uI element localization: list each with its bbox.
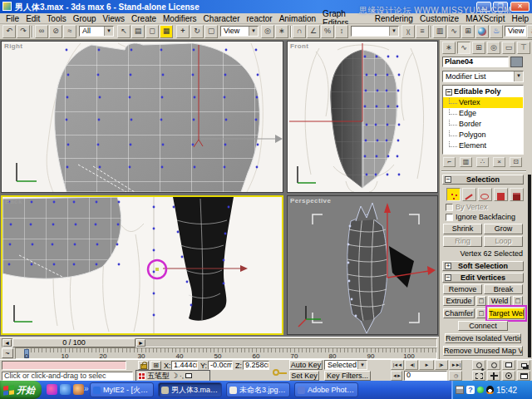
select-and-move-button[interactable]: + <box>176 25 190 38</box>
pan-icon[interactable] <box>487 371 500 381</box>
menu-item-tools[interactable]: Tools <box>43 14 69 23</box>
viewport-back[interactable]: Back <box>1 195 283 335</box>
time-next-button[interactable]: ► <box>136 339 145 347</box>
menu-item-animation[interactable]: Animation <box>276 14 319 23</box>
remove-isolated-vertices-button[interactable]: Remove Isolated Vertices <box>445 333 521 343</box>
by-vertex-checkbox[interactable] <box>446 204 453 211</box>
chevron-down-icon[interactable]: ▼ <box>357 361 367 369</box>
maxscript-listener-field[interactable] <box>2 361 126 370</box>
extrude-button[interactable]: Extrude <box>443 296 475 306</box>
selection-filter-dropdown[interactable]: All▼ <box>79 26 114 37</box>
render-type-dropdown[interactable]: View <box>505 26 526 37</box>
mirror-button[interactable]: )( <box>401 25 415 38</box>
menu-item-group[interactable]: Group <box>70 14 100 23</box>
object-name-field[interactable]: Plane04 <box>442 57 509 67</box>
tab-motion[interactable]: ◎ <box>487 42 500 54</box>
stack-item-border[interactable]: Border <box>443 119 523 130</box>
auto-key-button[interactable]: Auto Key <box>289 360 323 370</box>
select-by-name-button[interactable]: ▤ <box>131 25 145 38</box>
selection-lock-toggle[interactable] <box>138 361 149 370</box>
menu-item-file[interactable]: File <box>2 14 22 23</box>
select-and-rotate-button[interactable]: ↻ <box>190 25 204 38</box>
grow-button[interactable]: Grow <box>484 224 523 234</box>
configure-stack-button[interactable]: ⊡ <box>510 157 522 167</box>
undo-button[interactable]: ↶ <box>2 25 16 38</box>
go-to-end-button[interactable]: ►►| <box>449 360 462 370</box>
min-max-toggle-icon[interactable] <box>517 371 530 381</box>
border-mode-button[interactable] <box>478 188 492 201</box>
taskbar-task[interactable]: 未命名3.jpg - 画图 <box>226 382 290 397</box>
qq-tray-icon[interactable] <box>486 386 494 394</box>
extrude-settings-button[interactable]: □ <box>476 296 486 306</box>
collapse-icon[interactable]: − <box>446 89 452 96</box>
percent-snap-button[interactable]: % <box>321 25 334 38</box>
current-frame-field[interactable]: 0 <box>404 371 447 381</box>
menu-item-rendering[interactable]: Rendering <box>372 14 416 23</box>
taskbar-task[interactable]: 男人体3.max - 3d... <box>158 382 222 397</box>
stack-item-vertex[interactable]: Vertex <box>443 97 523 108</box>
ring-button[interactable]: Ring <box>443 236 482 247</box>
key-filters-button[interactable]: Key Filters... <box>324 371 371 381</box>
menu-item-create[interactable]: Create <box>128 14 160 23</box>
redo-button[interactable]: ↷ <box>17 25 30 38</box>
ime-fullhalf-icon[interactable]: ☽ <box>171 372 178 380</box>
tab-utilities[interactable]: ⊤ <box>517 42 530 54</box>
stack-item-polygon[interactable]: Polygon <box>443 130 523 140</box>
soft-selection-rollout-header[interactable]: +Soft Selection <box>442 261 524 271</box>
stack-item-edge[interactable]: Edge <box>443 108 523 119</box>
show-end-result-button[interactable]: ▥ <box>460 157 472 167</box>
bind-spacewarp-button[interactable]: ≈ <box>63 25 76 38</box>
quicklaunch-browser-icon[interactable] <box>60 384 71 395</box>
tab-display[interactable]: ▭ <box>502 42 515 54</box>
tab-create[interactable]: ∗ <box>442 42 456 54</box>
menu-item-character[interactable]: Character <box>200 14 244 23</box>
panel-scrollbar[interactable] <box>528 175 531 357</box>
chamfer-button[interactable]: Chamfer <box>443 308 475 318</box>
menu-item-modifiers[interactable]: Modifiers <box>160 14 200 23</box>
time-prev-button[interactable]: ◄ <box>2 339 12 347</box>
target-weld-button[interactable]: Target Weld <box>488 308 525 319</box>
reference-coord-dropdown[interactable]: View▼ <box>220 26 259 37</box>
menu-item-views[interactable]: Views <box>100 14 129 23</box>
next-frame-button[interactable]: |► <box>435 360 448 370</box>
spinner-snap-button[interactable]: ↕ <box>335 25 348 38</box>
chevron-down-icon[interactable]: ▼ <box>514 71 523 81</box>
start-button[interactable]: 开始 <box>0 381 42 399</box>
select-manipulate-button[interactable]: ∗ <box>275 25 288 38</box>
menu-item-reactor[interactable]: reactor <box>244 14 276 23</box>
chevron-down-icon[interactable]: ▼ <box>389 27 398 36</box>
zoom-extents-all-icon[interactable] <box>517 360 530 370</box>
connect-button[interactable]: Connect <box>458 321 508 331</box>
chevron-down-icon[interactable]: ▼ <box>249 27 258 36</box>
time-configuration-button[interactable]: ◷ <box>449 371 462 381</box>
selection-rollout-header[interactable]: −Selection <box>442 175 524 185</box>
snap-toggle-button[interactable]: ∩ <box>293 25 306 38</box>
layer-manager-button[interactable]: ▥ <box>433 25 446 38</box>
arc-rotate-icon[interactable] <box>502 371 515 381</box>
polygon-mode-button[interactable] <box>494 188 508 201</box>
quicklaunch-desktop-icon[interactable] <box>73 384 84 395</box>
y-coordinate-field[interactable]: -0.0cm <box>208 361 233 370</box>
help-tray-icon[interactable]: ? <box>466 386 475 394</box>
menu-item-help[interactable]: Help <box>508 14 532 23</box>
region-zoom-icon[interactable] <box>472 371 485 381</box>
edge-mode-button[interactable] <box>462 188 476 201</box>
weld-settings-button[interactable]: □ <box>513 296 523 306</box>
taskbar-task[interactable]: Adobe Photoshop <box>294 382 358 397</box>
viewport-front[interactable]: Front <box>287 41 438 193</box>
printer-tray-icon[interactable] <box>456 386 464 394</box>
select-link-button[interactable]: ∞ <box>35 25 48 38</box>
set-key-button[interactable]: Set Key <box>289 371 319 381</box>
stack-item-editable-poly[interactable]: −Editable Poly <box>443 86 523 97</box>
shrink-button[interactable]: Shrink <box>443 224 482 234</box>
quick-render-button[interactable]: ♨ <box>527 25 532 38</box>
play-button[interactable]: ► <box>419 360 434 370</box>
angle-snap-button[interactable]: ∠ <box>307 25 320 38</box>
tab-modify[interactable]: ∿ <box>457 42 470 54</box>
taskbar-task[interactable]: MyIE2 - [火星时... <box>90 382 154 397</box>
selected-filter-dropdown[interactable]: Selected▼ <box>324 360 367 370</box>
curve-editor-button[interactable]: ∿ <box>447 25 461 38</box>
vertex-mode-button[interactable] <box>446 188 461 201</box>
window-crossing-toggle[interactable]: ▦ <box>160 25 173 38</box>
unlink-button[interactable]: ⊘ <box>49 25 62 38</box>
